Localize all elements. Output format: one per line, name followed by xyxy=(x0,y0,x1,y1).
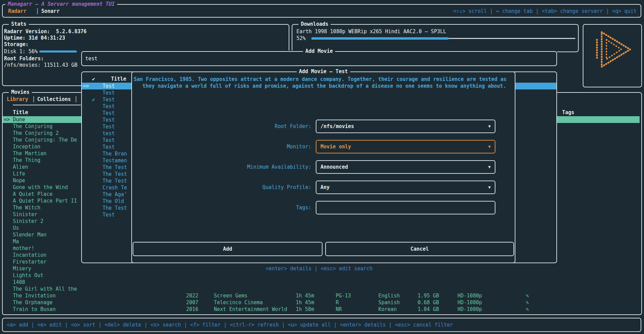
uptime-value: 31d 04:31:23 xyxy=(28,35,65,41)
movie-overview-line2: they navigate a world full of risks and … xyxy=(142,83,506,89)
add-movie-search-panel: Add Movie test xyxy=(81,51,557,66)
dropdown-arrow-icon: ▼ xyxy=(488,120,491,132)
downloads-panel-title: Downloads xyxy=(298,21,331,27)
movie-studio: Screen Gems xyxy=(214,292,247,299)
edit-pencil-icon[interactable]: ✎ xyxy=(526,306,529,313)
movie-title: Sinister xyxy=(13,211,37,218)
tab-radarr[interactable]: Radarr xyxy=(8,8,26,15)
added-check-icon: ✔ xyxy=(92,96,95,103)
search-result-title: The Aga' xyxy=(103,191,127,198)
tab-sonarr[interactable]: Sonarr xyxy=(41,8,60,15)
add-movie-search-input[interactable]: test xyxy=(85,52,97,65)
search-result-title: test xyxy=(103,130,115,137)
movie-quality: HD-1080p xyxy=(458,299,482,306)
movie-certification: PG-13 xyxy=(336,292,351,299)
search-result-title: Test xyxy=(103,137,115,144)
movie-title: Train to Busan xyxy=(13,306,55,313)
movie-title: Dune xyxy=(13,116,25,123)
movie-title: The Witch xyxy=(13,204,40,211)
movie-title: Sinister 2 xyxy=(13,218,43,225)
global-keybindings-help: <↑↓> scroll | ↔ change tab | <tab> chang… xyxy=(453,8,637,15)
search-result-title: The Old xyxy=(103,198,124,205)
movie-row[interactable]: Train to Busan2016Next Entertainment Wor… xyxy=(3,306,640,313)
tab-library[interactable]: Library xyxy=(7,96,28,103)
movie-size: 0.68 GB xyxy=(418,299,439,306)
quality-profile-label: Quality Profile: xyxy=(132,181,311,194)
library-tab-separator: │ xyxy=(32,96,35,103)
movie-studio: Telecinco Cinema xyxy=(214,299,263,306)
movie-title: The Thing xyxy=(13,157,40,164)
movie-row[interactable]: The Orphanage2007Telecinco Cinema1h 45mR… xyxy=(3,299,640,306)
minimum-availability-value: Announced xyxy=(320,161,348,173)
movie-year: 2007 xyxy=(186,299,198,306)
logo-panel xyxy=(583,24,642,87)
movie-language: Korean xyxy=(378,306,397,313)
movie-language: Spanish xyxy=(378,299,400,306)
movie-certification: R xyxy=(336,299,339,306)
movie-title: Life xyxy=(13,170,25,177)
tab-collections[interactable]: Collections xyxy=(37,96,71,103)
add-button[interactable]: Add xyxy=(133,242,323,256)
title-column-header: Title xyxy=(13,109,28,116)
movie-title: Inception xyxy=(13,143,40,150)
results-keybindings-help: <enter> details | <esc> edit search xyxy=(81,265,557,272)
download-item-title: Earth 1998 1080p WEBRip x265 Hindi AAC2.… xyxy=(296,28,446,35)
search-result-title: The Test xyxy=(103,171,127,178)
monitor-dropdown[interactable]: Movie only ▼ xyxy=(316,140,495,153)
quality-profile-value: Any xyxy=(320,181,330,193)
movie-runtime: 1h 58m xyxy=(296,306,314,313)
movie-title: Ma xyxy=(13,238,19,245)
quality-profile-dropdown[interactable]: Any ▼ xyxy=(316,181,495,194)
add-movie-overlay: Add Movie test ✔ Title =>TestTest✔TestTe… xyxy=(81,50,557,292)
cancel-button[interactable]: Cancel xyxy=(325,242,514,256)
movie-title: A Quiet Place xyxy=(13,191,52,197)
selected-row-arrow: => xyxy=(4,116,10,123)
managarr-screen: Managarr — A Servarr management TUI Rada… xyxy=(0,0,644,334)
minimum-availability-dropdown[interactable]: Announced ▼ xyxy=(316,160,495,174)
edit-pencil-icon[interactable]: ✎ xyxy=(526,292,529,299)
movie-title: 1408 xyxy=(13,279,25,286)
search-result-title: Test xyxy=(103,123,115,130)
movie-title: Firestarter xyxy=(13,258,46,265)
radarr-version-value: 5.2.6.8376 xyxy=(56,28,87,35)
results-title-column-header: Title xyxy=(111,76,126,82)
movie-year: 2022 xyxy=(186,292,198,299)
disk-usage-bar xyxy=(39,50,77,53)
movie-title: Alien xyxy=(13,164,28,170)
minimum-availability-label: Minimum Availability: xyxy=(132,160,311,174)
movies-panel-title: Movies xyxy=(9,89,32,96)
radarr-version-line: Radarr Version: 5.2.6.8376 xyxy=(4,28,87,35)
add-movie-dialog: Add Movie – Test San Francisco, 1985. Tw… xyxy=(131,71,515,263)
movie-language: English xyxy=(378,292,400,299)
root-folder-label: Root Folder: xyxy=(132,120,311,133)
app-title: Managarr — A Servarr management TUI xyxy=(5,1,117,7)
dropdown-arrow-icon: ▼ xyxy=(488,141,491,153)
movie-title: Lights Out xyxy=(13,272,43,279)
dropdown-arrow-icon: ▼ xyxy=(488,161,491,173)
movie-studio: Next Entertainment World xyxy=(214,306,287,313)
edit-pencil-icon[interactable]: ✎ xyxy=(526,299,529,306)
search-result-title: Test xyxy=(103,117,115,123)
collections-tab-separator: │ xyxy=(74,96,77,103)
tags-column-header: Tags xyxy=(562,109,574,116)
root-folder-dropdown[interactable]: /nfs/movies ▼ xyxy=(316,120,495,133)
tabs-underline xyxy=(13,105,81,105)
table-keybindings-help: <a> add | <e> edit | <o> sort | <del> de… xyxy=(7,321,453,328)
movie-size: 1.84 GB xyxy=(418,306,439,313)
monitor-value: Movie only xyxy=(320,141,351,153)
movie-title: The Conjuring 2 xyxy=(13,130,59,137)
disk-usage-label: Disk 1: 56% xyxy=(4,48,38,55)
root-folders-label: Root Folders: xyxy=(4,55,44,62)
uptime-line: Uptime: 31d 04:31:23 xyxy=(4,35,65,41)
movie-title: Gone with the Wind xyxy=(13,184,68,191)
movie-title: The Conjuring xyxy=(13,123,52,130)
tags-input[interactable] xyxy=(316,201,495,214)
movie-title: The Conjuring: The De xyxy=(13,137,77,143)
movie-title: Us xyxy=(13,225,19,231)
search-result-title: The Bran xyxy=(103,150,127,157)
servarr-tab-separator: │ xyxy=(36,8,39,15)
search-result-title: Test xyxy=(103,103,115,110)
movie-title: Nope xyxy=(13,177,25,184)
movie-row[interactable]: The Invitation2022Screen Gems1h 45mPG-13… xyxy=(3,292,640,299)
search-result-title: Test xyxy=(103,89,115,96)
